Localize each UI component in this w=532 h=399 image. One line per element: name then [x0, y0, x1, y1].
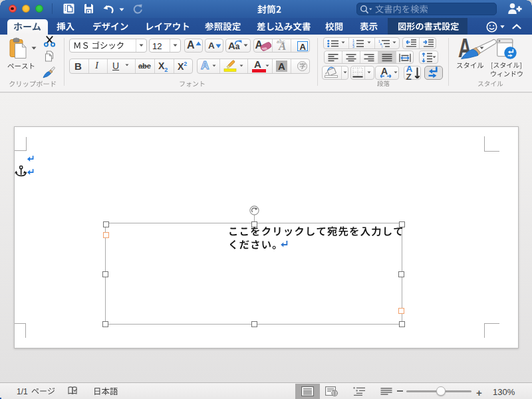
svg-text:i: i: [382, 45, 382, 48]
svg-text:Z: Z: [406, 72, 412, 81]
svg-text:3: 3: [352, 45, 354, 48]
